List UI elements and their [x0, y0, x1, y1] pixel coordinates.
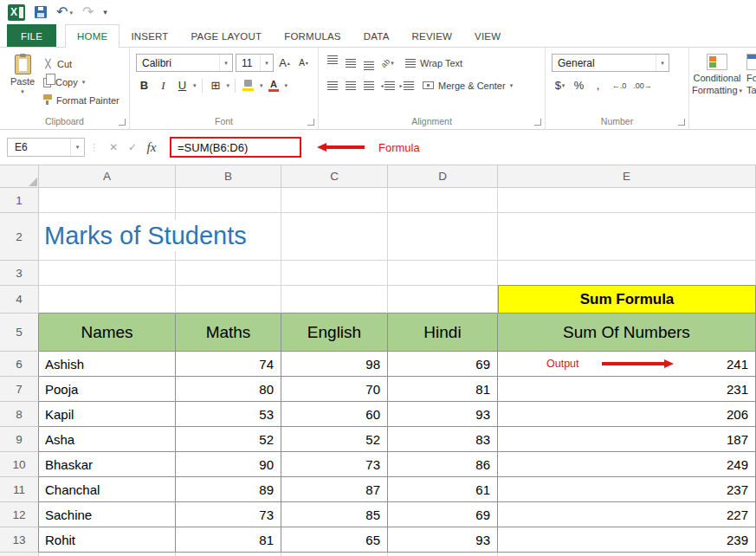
- cell-E3[interactable]: [498, 261, 756, 286]
- cell-E7[interactable]: 231: [498, 377, 756, 402]
- chevron-down-icon[interactable]: ▾: [260, 55, 273, 71]
- cell-A6[interactable]: Ashish: [39, 352, 176, 377]
- italic-button[interactable]: I: [155, 77, 171, 94]
- cell-B10[interactable]: 90: [176, 452, 281, 477]
- cell-B5[interactable]: Maths: [176, 314, 281, 352]
- font-color-button[interactable]: A: [266, 77, 282, 94]
- font-name-select[interactable]: Calibri ▾: [136, 54, 233, 72]
- fill-color-caret-icon[interactable]: ▾: [260, 82, 263, 88]
- cell-C11[interactable]: 87: [281, 477, 388, 502]
- cell-B8[interactable]: 53: [176, 402, 281, 427]
- underline-caret-icon[interactable]: ▾: [193, 82, 197, 88]
- copy-caret-icon[interactable]: ▾: [82, 79, 86, 85]
- cell-C8[interactable]: 60: [281, 402, 388, 427]
- cell-B12[interactable]: 73: [176, 502, 281, 527]
- cell-A11[interactable]: Chanchal: [39, 477, 176, 502]
- cell-A8[interactable]: Kapil: [39, 402, 176, 427]
- bottom-align-button[interactable]: [361, 55, 377, 70]
- percent-style-button[interactable]: %: [571, 77, 587, 94]
- row-header-8[interactable]: 8: [0, 402, 39, 427]
- number-dialog-launcher-icon[interactable]: [678, 119, 685, 126]
- row-header-6[interactable]: 6: [0, 352, 39, 377]
- cell-C9[interactable]: 52: [281, 427, 388, 452]
- cell-A4[interactable]: [39, 286, 176, 314]
- borders-button[interactable]: ⊞: [208, 77, 224, 94]
- cell-D12[interactable]: 69: [388, 502, 498, 527]
- conditional-formatting-button[interactable]: Conditional Formatting ▾: [691, 52, 743, 97]
- tab-insert[interactable]: INSERT: [120, 24, 179, 48]
- paste-caret-icon[interactable]: ▾: [21, 88, 24, 94]
- cell-D4[interactable]: [388, 286, 498, 314]
- cell-B13[interactable]: 81: [176, 527, 281, 553]
- number-format-select[interactable]: General ▾: [552, 54, 669, 72]
- column-header-C[interactable]: C: [281, 165, 388, 188]
- cell-E10[interactable]: 249: [498, 452, 756, 477]
- middle-align-button[interactable]: [343, 55, 359, 70]
- tab-file[interactable]: FILE: [7, 24, 56, 48]
- cell-C5[interactable]: English: [281, 314, 388, 352]
- cell-C3[interactable]: [281, 261, 388, 286]
- tab-view[interactable]: VIEW: [463, 24, 512, 48]
- undo-button[interactable]: ↶ ▾: [56, 5, 73, 19]
- cell-C4[interactable]: [281, 286, 388, 314]
- orientation-button[interactable]: ab ▾: [379, 55, 396, 72]
- decrease-indent-button[interactable]: ◂: [379, 77, 396, 94]
- save-button[interactable]: [35, 6, 47, 18]
- comma-style-button[interactable]: ,: [590, 77, 606, 94]
- wrap-text-button[interactable]: Wrap Text: [405, 55, 462, 70]
- cell-B9[interactable]: 52: [176, 427, 281, 452]
- cell-E8[interactable]: 206: [498, 402, 756, 427]
- column-header-E[interactable]: E: [498, 165, 756, 188]
- format-as-table-button[interactable]: Forma Tab: [743, 52, 756, 97]
- cell-D8[interactable]: 93: [388, 402, 498, 427]
- chevron-down-icon[interactable]: ▾: [219, 55, 232, 71]
- name-box-caret-icon[interactable]: ▾: [70, 139, 84, 156]
- cell-C10[interactable]: 73: [281, 452, 388, 477]
- cell-B6[interactable]: 74: [176, 352, 281, 377]
- conditional-formatting-caret-icon[interactable]: ▾: [740, 87, 743, 94]
- format-painter-button[interactable]: Format Painter: [43, 93, 120, 107]
- cell-D2[interactable]: [388, 213, 498, 261]
- cell-D9[interactable]: 83: [388, 427, 498, 452]
- cancel-button[interactable]: ✕: [104, 138, 123, 157]
- tab-data[interactable]: DATA: [352, 24, 401, 48]
- row-header-14[interactable]: [0, 553, 39, 556]
- row-header-11[interactable]: 11: [0, 477, 39, 502]
- cell-C6[interactable]: 98: [281, 352, 388, 377]
- cell-D10[interactable]: 86: [388, 452, 498, 477]
- enter-button[interactable]: ✓: [123, 138, 142, 157]
- underline-button[interactable]: U: [174, 77, 191, 94]
- cell-C14[interactable]: [281, 553, 388, 556]
- column-header-A[interactable]: A: [39, 165, 176, 188]
- customize-toolbar-caret-icon[interactable]: ▾: [103, 8, 107, 16]
- cell-B14[interactable]: [176, 553, 281, 556]
- increase-decimal-button[interactable]: ←.0: [609, 77, 630, 94]
- grow-font-button[interactable]: A▴: [276, 55, 293, 72]
- row-header-4[interactable]: 4: [0, 286, 39, 314]
- row-header-10[interactable]: 10: [0, 452, 39, 477]
- cell-A3[interactable]: [39, 261, 176, 286]
- copy-button[interactable]: Copy ▾: [43, 74, 120, 89]
- row-header-5[interactable]: 5: [0, 314, 39, 352]
- tab-home[interactable]: HOME: [65, 24, 120, 48]
- cell-A5[interactable]: Names: [39, 314, 176, 352]
- cell-B3[interactable]: [176, 261, 281, 286]
- shrink-font-button[interactable]: A▾: [295, 55, 312, 72]
- formula-input[interactable]: =SUM(B6:D6): [170, 137, 301, 158]
- row-header-13[interactable]: 13: [0, 527, 39, 553]
- row-header-2[interactable]: 2: [0, 213, 39, 261]
- cell-C2[interactable]: [281, 213, 388, 261]
- borders-caret-icon[interactable]: ▾: [227, 82, 230, 88]
- cell-A1[interactable]: [39, 188, 176, 213]
- cell-E14[interactable]: [498, 553, 756, 556]
- merge-center-button[interactable]: Merge & Center ▾: [423, 78, 513, 93]
- cell-E6[interactable]: Output241: [498, 352, 756, 377]
- row-header-7[interactable]: 7: [0, 377, 39, 402]
- cell-E1[interactable]: [498, 188, 756, 213]
- cell-A12[interactable]: Sachine: [39, 502, 176, 527]
- cell-B7[interactable]: 80: [176, 377, 281, 402]
- insert-function-button[interactable]: fx: [142, 138, 161, 157]
- decrease-decimal-button[interactable]: .00→: [632, 77, 653, 94]
- cell-E13[interactable]: 239: [498, 527, 756, 553]
- name-box[interactable]: E6 ▾: [7, 138, 85, 157]
